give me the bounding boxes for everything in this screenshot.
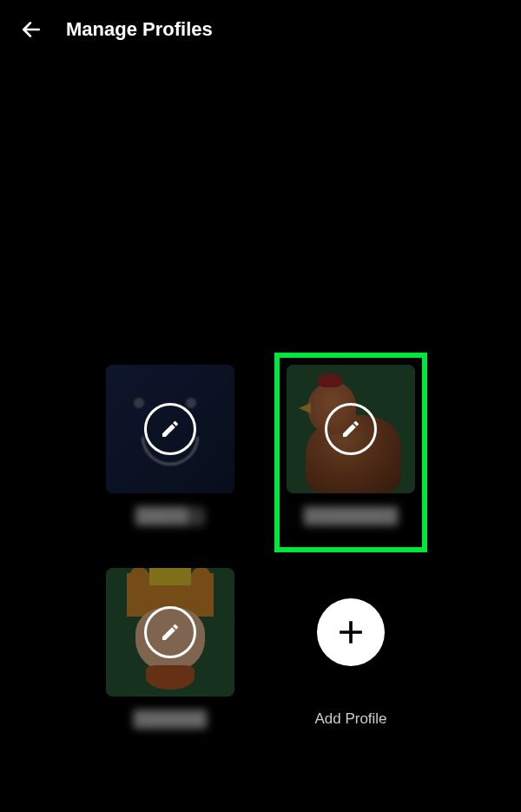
plus-circle (317, 598, 385, 666)
avatar-edit-overlay (106, 568, 234, 696)
header: Manage Profiles (0, 0, 521, 59)
profile-name-label: █████████ (304, 507, 398, 526)
profile-item-3[interactable]: ███████ (106, 568, 234, 729)
plus-icon (332, 613, 370, 651)
avatar-wrap (106, 365, 234, 493)
edit-circle (144, 403, 196, 455)
profile-name-label: ███████ (134, 710, 207, 729)
avatar-cartoon-king (106, 568, 234, 696)
back-button[interactable] (17, 16, 45, 43)
pencil-icon (340, 419, 361, 439)
page-title: Manage Profiles (66, 18, 213, 41)
profiles-grid: █████ (0, 365, 521, 729)
add-profile-label: Add Profile (314, 710, 386, 728)
edit-circle (144, 606, 196, 658)
arrow-left-icon (20, 18, 43, 41)
pencil-icon (160, 622, 181, 643)
profile-name-label: █████ (135, 507, 205, 526)
edit-circle (325, 403, 377, 455)
profile-item-2[interactable]: █████████ (287, 365, 415, 526)
avatar-wrap (287, 365, 415, 493)
avatar-blue-smiley (106, 365, 234, 493)
avatar-chicken (287, 365, 415, 493)
profile-row: ███████ Add Profile (106, 568, 415, 729)
add-profile-tile (287, 568, 415, 696)
pencil-icon (160, 419, 181, 439)
profile-row: █████ (106, 365, 415, 526)
avatar-wrap (106, 568, 234, 696)
add-profile-button[interactable]: Add Profile (287, 568, 415, 729)
avatar-edit-overlay (106, 365, 234, 493)
avatar-edit-overlay (287, 365, 415, 493)
profile-item-1[interactable]: █████ (106, 365, 234, 526)
